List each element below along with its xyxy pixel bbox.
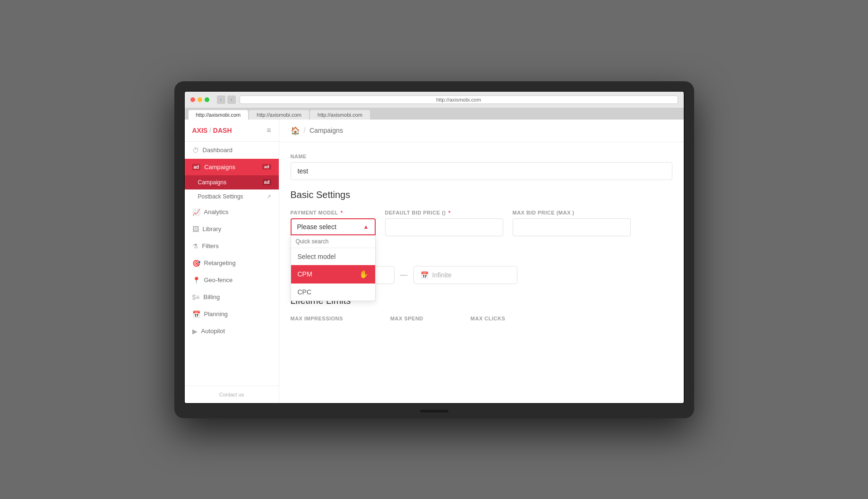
- name-input[interactable]: [291, 162, 672, 180]
- sidebar: AXIS / DASH ≡ ⏱ Dashboard: [185, 120, 279, 403]
- hamburger-icon[interactable]: ≡: [266, 126, 271, 135]
- close-button[interactable]: [190, 97, 195, 102]
- home-icon[interactable]: 🏠: [291, 126, 300, 135]
- limits-row: MAX IMPRESSIONS MAX SPEND MAX CLICKS: [291, 316, 672, 321]
- sidebar-item-planning[interactable]: 📅 Planning: [185, 306, 279, 323]
- basic-settings-title: Basic Settings: [291, 189, 672, 200]
- sidebar-item-campaigns[interactable]: ad Campaigns ad: [185, 159, 279, 175]
- sidebar-footer[interactable]: Contact us: [185, 386, 279, 403]
- calendar-icon: 📅: [421, 271, 429, 279]
- traffic-lights: [190, 97, 209, 102]
- browser-nav: ‹ ›: [217, 95, 236, 104]
- billing-icon: $≡: [192, 293, 200, 301]
- dropdown-value: Please select: [297, 223, 336, 231]
- sidebar-item-geofence[interactable]: 📍 Geo-fence: [185, 272, 279, 289]
- postback-icon: ↗: [266, 193, 271, 200]
- default-bid-label: DEFAULT BID PRICE () *: [385, 210, 503, 215]
- max-clicks-group: MAX CLICKS: [471, 316, 505, 321]
- sidebar-item-filters[interactable]: ⚗ Filters: [185, 238, 279, 255]
- browser-tab-3[interactable]: http://axismobi.com: [310, 110, 370, 120]
- dropdown-select-model[interactable]: Select model: [291, 248, 375, 265]
- date-separator: —: [400, 271, 408, 279]
- option-label: CPC: [298, 288, 312, 296]
- sidebar-header: AXIS / DASH ≡: [185, 120, 279, 142]
- checkmark-icon: ✋: [359, 270, 369, 279]
- breadcrumb-separator: /: [304, 126, 306, 135]
- required-marker: *: [448, 210, 451, 215]
- sidebar-item-label: Campaigns: [204, 163, 235, 171]
- campaigns-icon: ad: [192, 164, 201, 170]
- sidebar-item-label: Dashboard: [203, 146, 233, 154]
- maximize-button[interactable]: [205, 97, 209, 102]
- browser-tabs: http://axismobi.com http://axismobi.com …: [185, 108, 684, 120]
- payment-model-dropdown: Please select ▲ Select model CPM: [291, 218, 376, 235]
- dropdown-menu: Select model CPM ✋ CPC: [291, 235, 376, 301]
- max-impressions-group: MAX IMPRESSIONS: [291, 316, 343, 321]
- browser-tab-1[interactable]: http://axismobi.com: [189, 110, 249, 120]
- dashboard-icon: ⏱: [192, 146, 199, 154]
- planning-icon: 📅: [192, 310, 200, 318]
- sidebar-item-analytics[interactable]: 📈 Analytics: [185, 204, 279, 221]
- to-date-input[interactable]: 📅 Infinite: [413, 266, 517, 284]
- max-spend-group: MAX SPEND: [390, 316, 423, 321]
- max-clicks-label: MAX CLICKS: [471, 316, 505, 321]
- sidebar-logo: AXIS / DASH: [192, 127, 232, 134]
- sidebar-sub-campaigns[interactable]: Campaigns ad: [185, 175, 279, 189]
- sidebar-item-billing[interactable]: $≡ Billing: [185, 289, 279, 306]
- default-bid-group: DEFAULT BID PRICE () *: [385, 210, 503, 236]
- max-spend-label: MAX SPEND: [390, 316, 423, 321]
- library-icon: 🖼: [192, 225, 199, 233]
- browser-tab-2[interactable]: http://axismobi.com: [249, 110, 309, 120]
- sidebar-item-label: Filters: [202, 242, 219, 250]
- laptop-bottom: [184, 404, 685, 418]
- breadcrumb-page: Campaigns: [309, 127, 343, 134]
- top-bar: 🏠 / Campaigns: [279, 120, 684, 142]
- option-label: CPM: [298, 270, 312, 278]
- default-bid-input[interactable]: [385, 218, 503, 236]
- payment-model-group: PAYMENT MODEL * Please select ▲: [291, 210, 376, 235]
- sidebar-item-dashboard[interactable]: ⏱ Dashboard: [185, 142, 279, 159]
- geofence-icon: 📍: [192, 276, 200, 284]
- to-date-value: Infinite: [432, 271, 452, 279]
- option-label: Select model: [298, 253, 336, 260]
- sidebar-item-label: Planning: [204, 310, 228, 318]
- main-content: 🏠 / Campaigns NAME Basic Settings: [279, 120, 684, 403]
- dropdown-search-input[interactable]: [291, 235, 375, 248]
- address-bar[interactable]: http://axismobi.com: [240, 95, 678, 104]
- sidebar-item-label: Billing: [203, 293, 220, 301]
- sidebar-item-library[interactable]: 🖼 Library: [185, 221, 279, 238]
- name-label: NAME: [291, 154, 672, 159]
- retargeting-icon: 🎯: [192, 259, 200, 267]
- sidebar-item-retargeting[interactable]: 🎯 Retargeting: [185, 255, 279, 272]
- sidebar-item-label: Geo-fence: [204, 276, 233, 284]
- max-bid-label: MAX BID PRICE (MAX ): [513, 210, 631, 215]
- filters-icon: ⚗: [192, 242, 198, 250]
- app-layout: AXIS / DASH ≡ ⏱ Dashboard: [185, 120, 684, 403]
- forward-button[interactable]: ›: [227, 95, 236, 104]
- autopilot-icon: ▶: [192, 327, 198, 335]
- dropdown-option-cpc[interactable]: CPC: [291, 284, 375, 301]
- campaigns-badge: ad: [262, 164, 271, 170]
- payment-model-label: PAYMENT MODEL *: [291, 210, 376, 215]
- sidebar-item-label: Retargeting: [204, 259, 236, 267]
- back-button[interactable]: ‹: [217, 95, 225, 104]
- minimize-button[interactable]: [198, 97, 202, 102]
- chevron-up-icon: ▲: [363, 224, 369, 230]
- max-impressions-label: MAX IMPRESSIONS: [291, 316, 343, 321]
- dropdown-trigger[interactable]: Please select ▲: [291, 218, 376, 235]
- required-marker: *: [341, 210, 343, 215]
- page-content: NAME Basic Settings PAYMENT MODEL *: [279, 142, 684, 333]
- sidebar-item-label: Autopilot: [201, 327, 225, 335]
- sidebar-item-autopilot[interactable]: ▶ Autopilot: [185, 323, 279, 340]
- sub-badge: ad: [263, 179, 271, 185]
- sidebar-nav: ⏱ Dashboard ad Campaigns ad: [185, 142, 279, 386]
- max-bid-input[interactable]: [513, 218, 631, 236]
- analytics-icon: 📈: [192, 208, 200, 216]
- sub-item-label: Postback Settings: [198, 193, 243, 200]
- laptop-screen: ‹ › http://axismobi.com http://axismobi.…: [184, 91, 685, 404]
- sidebar-sub-postback[interactable]: Postback Settings ↗: [185, 189, 279, 204]
- basic-settings-row: PAYMENT MODEL * Please select ▲: [291, 210, 672, 236]
- laptop-frame: ‹ › http://axismobi.com http://axismobi.…: [174, 81, 694, 418]
- dropdown-option-cpm[interactable]: CPM ✋: [291, 265, 375, 284]
- sidebar-item-label: Analytics: [204, 208, 229, 215]
